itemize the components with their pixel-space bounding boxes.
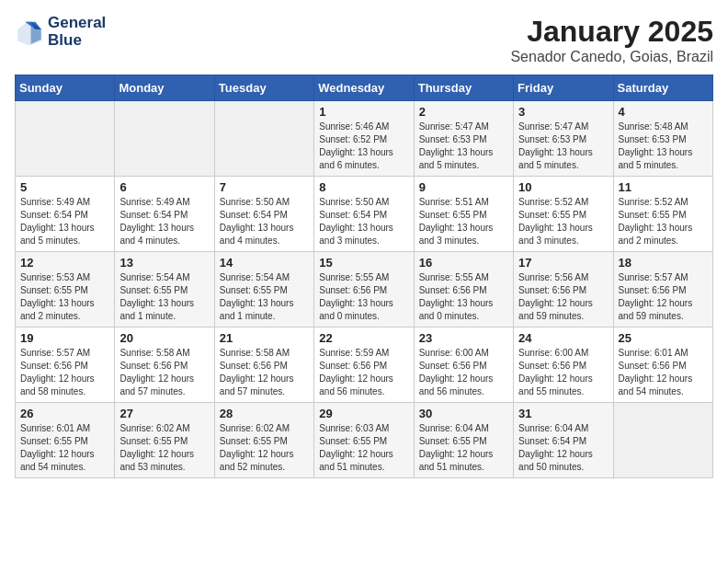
day-cell: 18Sunrise: 5:57 AM Sunset: 6:56 PM Dayli… [613, 252, 712, 327]
day-info: Sunrise: 5:52 AM Sunset: 6:55 PM Dayligh… [518, 196, 608, 247]
weekday-header-row: SundayMondayTuesdayWednesdayThursdayFrid… [16, 75, 713, 101]
weekday-header-tuesday: Tuesday [214, 75, 313, 101]
day-number: 31 [518, 407, 608, 420]
day-info: Sunrise: 5:51 AM Sunset: 6:55 PM Dayligh… [419, 196, 508, 247]
day-info: Sunrise: 6:01 AM Sunset: 6:55 PM Dayligh… [20, 422, 109, 474]
day-info: Sunrise: 5:55 AM Sunset: 6:56 PM Dayligh… [319, 271, 408, 323]
day-number: 9 [419, 180, 508, 194]
day-info: Sunrise: 6:04 AM Sunset: 6:55 PM Dayligh… [419, 422, 508, 474]
day-number: 24 [518, 331, 608, 345]
day-cell: 25Sunrise: 6:01 AM Sunset: 6:56 PM Dayli… [613, 327, 712, 403]
day-info: Sunrise: 5:50 AM Sunset: 6:54 PM Dayligh… [220, 196, 309, 247]
day-number: 10 [518, 180, 608, 194]
day-info: Sunrise: 6:02 AM Sunset: 6:55 PM Dayligh… [119, 422, 209, 474]
day-number: 29 [319, 407, 408, 420]
day-cell: 11Sunrise: 5:52 AM Sunset: 6:55 PM Dayli… [613, 177, 712, 252]
day-number: 4 [619, 105, 708, 119]
weekday-header-sunday: Sunday [16, 75, 115, 101]
day-number: 6 [119, 180, 209, 194]
day-cell: 14Sunrise: 5:54 AM Sunset: 6:55 PM Dayli… [214, 252, 313, 327]
day-cell: 19Sunrise: 5:57 AM Sunset: 6:56 PM Dayli… [16, 327, 115, 403]
day-info: Sunrise: 5:49 AM Sunset: 6:54 PM Dayligh… [119, 196, 209, 247]
day-number: 2 [419, 105, 508, 119]
day-info: Sunrise: 6:03 AM Sunset: 6:55 PM Dayligh… [319, 422, 408, 474]
day-cell: 6Sunrise: 5:49 AM Sunset: 6:54 PM Daylig… [115, 177, 214, 252]
day-number: 18 [619, 256, 708, 270]
day-info: Sunrise: 5:49 AM Sunset: 6:54 PM Dayligh… [20, 196, 109, 247]
day-info: Sunrise: 6:00 AM Sunset: 6:56 PM Dayligh… [518, 347, 608, 398]
day-cell: 29Sunrise: 6:03 AM Sunset: 6:55 PM Dayli… [314, 403, 414, 478]
day-number: 8 [319, 180, 408, 194]
week-row-2: 5Sunrise: 5:49 AM Sunset: 6:54 PM Daylig… [16, 177, 713, 252]
day-number: 28 [220, 407, 309, 420]
day-cell [16, 101, 115, 177]
logo: General Blue [15, 15, 106, 49]
day-info: Sunrise: 6:04 AM Sunset: 6:54 PM Dayligh… [518, 422, 608, 474]
weekday-header-wednesday: Wednesday [314, 75, 414, 101]
day-info: Sunrise: 6:00 AM Sunset: 6:56 PM Dayligh… [419, 347, 508, 398]
day-cell: 10Sunrise: 5:52 AM Sunset: 6:55 PM Dayli… [514, 177, 613, 252]
day-number: 1 [319, 105, 408, 119]
weekday-header-monday: Monday [115, 75, 214, 101]
day-info: Sunrise: 5:57 AM Sunset: 6:56 PM Dayligh… [20, 347, 109, 398]
day-number: 27 [119, 407, 209, 420]
calendar: SundayMondayTuesdayWednesdayThursdayFrid… [15, 75, 713, 478]
day-info: Sunrise: 5:58 AM Sunset: 6:56 PM Dayligh… [119, 347, 209, 398]
logo-text: General Blue [48, 15, 106, 49]
day-info: Sunrise: 5:52 AM Sunset: 6:55 PM Dayligh… [619, 196, 708, 247]
day-cell: 2Sunrise: 5:47 AM Sunset: 6:53 PM Daylig… [414, 101, 513, 177]
day-cell: 28Sunrise: 6:02 AM Sunset: 6:55 PM Dayli… [214, 403, 313, 478]
day-cell: 9Sunrise: 5:51 AM Sunset: 6:55 PM Daylig… [414, 177, 513, 252]
day-cell: 16Sunrise: 5:55 AM Sunset: 6:56 PM Dayli… [414, 252, 513, 327]
day-cell: 4Sunrise: 5:48 AM Sunset: 6:53 PM Daylig… [613, 101, 712, 177]
day-info: Sunrise: 5:55 AM Sunset: 6:56 PM Dayligh… [419, 271, 508, 323]
day-number: 26 [20, 407, 109, 420]
weekday-header-saturday: Saturday [613, 75, 712, 101]
week-row-3: 12Sunrise: 5:53 AM Sunset: 6:55 PM Dayli… [16, 252, 713, 327]
day-number: 15 [319, 256, 408, 270]
week-row-4: 19Sunrise: 5:57 AM Sunset: 6:56 PM Dayli… [16, 327, 713, 403]
day-number: 22 [319, 331, 408, 345]
day-number: 16 [419, 256, 508, 270]
day-number: 21 [220, 331, 309, 345]
day-info: Sunrise: 5:53 AM Sunset: 6:55 PM Dayligh… [20, 271, 109, 323]
day-number: 3 [518, 105, 608, 119]
day-number: 11 [619, 180, 708, 194]
day-number: 20 [119, 331, 209, 345]
day-info: Sunrise: 6:02 AM Sunset: 6:55 PM Dayligh… [220, 422, 309, 474]
header: General Blue January 2025 Senador Canedo… [15, 15, 713, 65]
day-number: 5 [20, 180, 109, 194]
day-number: 12 [20, 256, 109, 270]
day-number: 25 [619, 331, 708, 345]
day-cell: 17Sunrise: 5:56 AM Sunset: 6:56 PM Dayli… [514, 252, 613, 327]
weekday-header-thursday: Thursday [414, 75, 513, 101]
day-cell: 8Sunrise: 5:50 AM Sunset: 6:54 PM Daylig… [314, 177, 414, 252]
day-info: Sunrise: 5:50 AM Sunset: 6:54 PM Dayligh… [319, 196, 408, 247]
day-cell: 21Sunrise: 5:58 AM Sunset: 6:56 PM Dayli… [214, 327, 313, 403]
day-info: Sunrise: 5:48 AM Sunset: 6:53 PM Dayligh… [619, 121, 708, 172]
day-cell [214, 101, 313, 177]
day-cell: 3Sunrise: 5:47 AM Sunset: 6:53 PM Daylig… [514, 101, 613, 177]
day-info: Sunrise: 5:47 AM Sunset: 6:53 PM Dayligh… [419, 121, 508, 172]
location-title: Senador Canedo, Goias, Brazil [510, 49, 713, 65]
day-info: Sunrise: 5:54 AM Sunset: 6:55 PM Dayligh… [119, 271, 209, 323]
day-number: 14 [220, 256, 309, 270]
day-cell: 15Sunrise: 5:55 AM Sunset: 6:56 PM Dayli… [314, 252, 414, 327]
week-row-5: 26Sunrise: 6:01 AM Sunset: 6:55 PM Dayli… [16, 403, 713, 478]
day-number: 19 [20, 331, 109, 345]
day-cell: 12Sunrise: 5:53 AM Sunset: 6:55 PM Dayli… [16, 252, 115, 327]
day-cell: 1Sunrise: 5:46 AM Sunset: 6:52 PM Daylig… [314, 101, 414, 177]
day-cell: 24Sunrise: 6:00 AM Sunset: 6:56 PM Dayli… [514, 327, 613, 403]
day-number: 23 [419, 331, 508, 345]
day-info: Sunrise: 5:47 AM Sunset: 6:53 PM Dayligh… [518, 121, 608, 172]
day-cell [115, 101, 214, 177]
day-cell: 26Sunrise: 6:01 AM Sunset: 6:55 PM Dayli… [16, 403, 115, 478]
day-cell: 13Sunrise: 5:54 AM Sunset: 6:55 PM Dayli… [115, 252, 214, 327]
day-number: 7 [220, 180, 309, 194]
day-info: Sunrise: 5:57 AM Sunset: 6:56 PM Dayligh… [619, 271, 708, 323]
day-cell: 7Sunrise: 5:50 AM Sunset: 6:54 PM Daylig… [214, 177, 313, 252]
week-row-1: 1Sunrise: 5:46 AM Sunset: 6:52 PM Daylig… [16, 101, 713, 177]
day-info: Sunrise: 5:56 AM Sunset: 6:56 PM Dayligh… [518, 271, 608, 323]
day-cell: 23Sunrise: 6:00 AM Sunset: 6:56 PM Dayli… [414, 327, 513, 403]
day-cell: 27Sunrise: 6:02 AM Sunset: 6:55 PM Dayli… [115, 403, 214, 478]
